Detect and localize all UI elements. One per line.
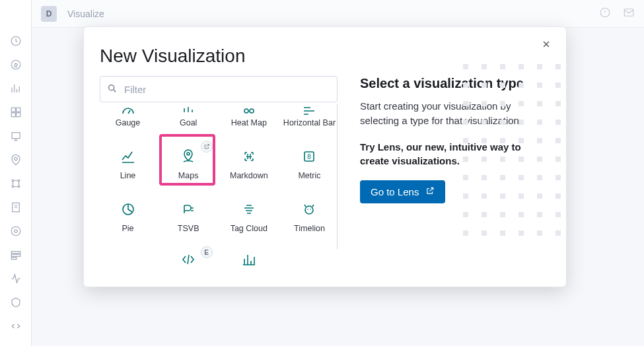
nav-ml-icon[interactable] <box>5 173 26 194</box>
markdown-icon <box>238 146 260 167</box>
nav-siem-icon[interactable] <box>5 292 26 313</box>
viz-horizontal-bar[interactable]: Horizontal Bar <box>281 104 338 127</box>
new-visualization-modal: New Visualization Gauge <box>83 26 567 287</box>
nav-canvas-icon[interactable] <box>5 125 26 147</box>
svg-rect-6 <box>12 133 20 139</box>
viz-vega[interactable]: E <box>161 248 217 270</box>
svg-point-14 <box>14 230 17 233</box>
svg-point-29 <box>310 209 312 210</box>
external-link-icon <box>425 186 435 197</box>
svg-rect-16 <box>11 254 20 256</box>
viz-label: Goal <box>180 118 197 127</box>
svg-point-8 <box>12 180 14 182</box>
timelion-icon <box>299 199 320 220</box>
close-button[interactable] <box>541 39 552 52</box>
svg-point-7 <box>14 157 17 160</box>
svg-point-28 <box>308 209 309 210</box>
svg-point-10 <box>12 186 14 188</box>
nav-logs-icon[interactable] <box>5 221 26 242</box>
maps-icon <box>178 146 199 167</box>
vbar-icon <box>238 249 260 270</box>
nav-apm-icon[interactable] <box>5 244 26 265</box>
viz-label: Tag Cloud <box>231 224 268 233</box>
svg-point-22 <box>250 109 254 113</box>
viz-vertical-bar[interactable] <box>221 248 277 270</box>
svg-rect-2 <box>11 108 15 112</box>
svg-point-1 <box>11 60 20 69</box>
go-to-lens-button[interactable]: Go to Lens <box>360 180 445 203</box>
lens-button-label: Go to Lens <box>371 186 419 197</box>
breadcrumb: Visualize <box>67 9 104 19</box>
nav-visualize-icon[interactable] <box>5 78 26 99</box>
top-header: D Visualize <box>32 0 644 28</box>
experimental-badge: E <box>201 246 213 258</box>
nav-infra-icon[interactable] <box>5 197 26 218</box>
svg-rect-3 <box>16 108 20 112</box>
nav-uptime-icon[interactable] <box>5 268 26 289</box>
svg-point-20 <box>109 85 114 90</box>
tagcloud-icon <box>238 199 260 220</box>
svg-point-9 <box>18 180 20 182</box>
viz-label: Gauge <box>116 118 141 127</box>
svg-rect-5 <box>16 113 20 117</box>
viz-label: TSVB <box>178 224 199 233</box>
nav-maps-icon[interactable] <box>5 149 26 170</box>
svg-rect-4 <box>11 113 15 117</box>
heatmap-icon <box>238 108 260 114</box>
viz-tsvb[interactable]: TSVB <box>161 195 217 233</box>
external-badge-icon <box>201 141 213 153</box>
viz-label: Pie <box>122 224 133 233</box>
viz-maps[interactable]: Maps <box>161 142 217 180</box>
svg-text:8: 8 <box>308 153 312 160</box>
search-icon <box>107 83 124 96</box>
mail-icon[interactable] <box>623 7 635 20</box>
viz-goal[interactable]: Goal <box>161 104 217 127</box>
viz-timelion[interactable]: Timelion <box>281 195 338 233</box>
metric-icon: 8 <box>299 146 320 167</box>
newsfeed-icon[interactable] <box>599 7 611 20</box>
viz-label: Markdown <box>230 171 268 180</box>
goal-icon <box>178 108 199 114</box>
hbar-icon <box>299 108 320 114</box>
viz-label: Maps <box>178 171 199 180</box>
space-selector[interactable]: D <box>41 6 57 22</box>
nav-discover-icon[interactable] <box>5 54 26 75</box>
filter-input-wrap[interactable] <box>100 76 338 102</box>
tsvb-icon <box>178 199 199 220</box>
viz-pie[interactable]: Pie <box>100 195 156 233</box>
nav-recent-icon[interactable] <box>5 30 26 52</box>
viz-gauge[interactable]: Gauge <box>100 104 156 127</box>
line-icon <box>118 146 139 167</box>
viz-tagcloud[interactable]: Tag Cloud <box>221 195 277 233</box>
svg-point-23 <box>187 153 190 155</box>
viz-markdown[interactable]: Markdown <box>221 142 277 180</box>
viz-line[interactable]: Line <box>100 142 156 180</box>
side-nav <box>0 0 32 346</box>
svg-point-13 <box>11 226 20 236</box>
viz-label: Heat Map <box>231 118 267 127</box>
nav-dev-icon[interactable] <box>5 316 26 337</box>
viz-heatmap[interactable]: Heat Map <box>221 104 277 127</box>
vega-icon <box>178 249 199 270</box>
pie-icon <box>118 199 139 220</box>
viz-metric[interactable]: 8 Metric <box>281 142 338 180</box>
viz-label: Metric <box>298 171 320 180</box>
decorative-dots <box>463 64 562 237</box>
viz-label: Line <box>120 171 136 180</box>
svg-point-21 <box>244 109 248 113</box>
svg-point-11 <box>18 186 20 188</box>
viz-label: Horizontal Bar <box>283 118 336 127</box>
svg-rect-17 <box>11 258 17 260</box>
svg-rect-19 <box>624 9 633 17</box>
svg-rect-15 <box>11 252 20 254</box>
nav-dashboard-icon[interactable] <box>5 102 26 123</box>
viz-label: Timelion <box>294 224 325 233</box>
svg-point-27 <box>305 206 313 214</box>
gauge-icon <box>118 108 139 114</box>
filter-input[interactable] <box>124 84 330 95</box>
